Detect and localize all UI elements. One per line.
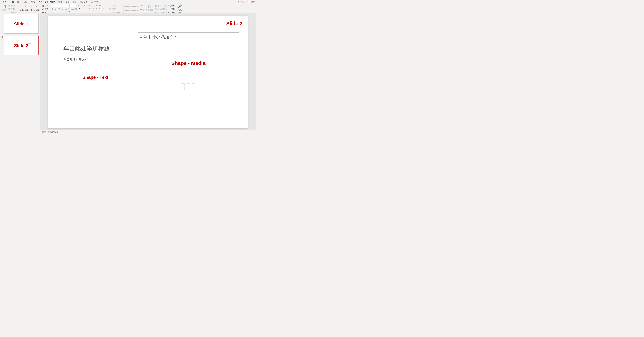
new-slide-button[interactable]: ▭ 新建幻灯片 xyxy=(19,4,30,12)
align-right-button[interactable]: ≡ xyxy=(95,7,98,10)
clipboard-icon: 📋 xyxy=(2,5,6,9)
text-direction-button[interactable]: ↕ 文字方向 xyxy=(105,4,122,7)
increase-indent-button[interactable]: ⇥ xyxy=(98,4,101,7)
thumbnail-overlay-label: Slide 2 xyxy=(14,43,28,48)
copy-button[interactable]: ⧉ 复制 xyxy=(8,8,17,11)
placeholder-content[interactable]: 单击此处添加文本 Shape - Media xyxy=(138,33,239,117)
shadow-button[interactable]: ab xyxy=(64,8,67,10)
tell-me-search[interactable]: 🔍 搜索 xyxy=(90,1,98,4)
group-font: A▲ A▼ A̶ B I U S ab AV Aa ▧ A 字体 xyxy=(50,4,87,13)
tab-design[interactable]: 设计 xyxy=(22,0,30,4)
shape-outline-button[interactable]: ◻ 形状轮廓 xyxy=(154,8,166,11)
thumbnail-entry: 2 Slide 2 xyxy=(1,36,39,55)
font-name-input[interactable] xyxy=(51,4,70,7)
share-icon: ⇪ xyxy=(237,1,240,3)
change-case-button[interactable]: Aa xyxy=(71,8,74,10)
subtitle-placeholder[interactable]: 单击此处添加文本 xyxy=(64,57,128,62)
insert-chart-icon[interactable] xyxy=(186,84,190,86)
tab-help[interactable]: 帮助 xyxy=(71,0,78,4)
slide[interactable]: Slide 2 单击此处添加标题 单击此处添加文本 Shape - Text 单… xyxy=(48,16,248,128)
comments-label: 批注 xyxy=(251,1,255,4)
find-button[interactable]: 🔍 查找 xyxy=(168,4,175,7)
new-slide-icon: ▭ xyxy=(22,5,26,9)
group-paragraph: ≡ ≣ ⇤ ⇥ ↕ ≡ ≡ ≡ ≡ ▥ ↕ 文字方向 xyxy=(87,4,124,13)
italic-button[interactable]: I xyxy=(54,8,57,10)
tab-transitions[interactable]: 切换 xyxy=(30,0,36,4)
reuse-slide-label: 重用幻灯片 xyxy=(30,9,40,11)
replace-icon: ⇄ xyxy=(168,8,171,10)
tab-animations[interactable]: 动画 xyxy=(36,0,44,4)
reset-button[interactable]: ↺ 重置 xyxy=(41,8,49,11)
quick-styles-icon: ◧ xyxy=(147,5,151,9)
thumbnail-slide-1[interactable]: Slide 1 xyxy=(4,14,38,34)
quick-styles-label: 快速样式 xyxy=(146,9,153,11)
paste-button[interactable]: 📋 粘贴 xyxy=(2,4,7,12)
thumbnail-number: 1 xyxy=(1,14,3,34)
group-drawing: ⬚ 排列 ◧ 快速样式 ◐ 形状填充 ◻ 形状轮廓 ✦ 形状效果 xyxy=(124,4,166,13)
tab-insert[interactable]: 插入 xyxy=(15,0,22,4)
strikethrough-button[interactable]: S xyxy=(61,8,64,10)
bold-button[interactable]: B xyxy=(51,8,54,10)
underline-button[interactable]: U xyxy=(58,8,60,10)
comments-icon: 💬 xyxy=(248,1,250,3)
notes-pane[interactable]: 单击此处添加备注 xyxy=(40,130,256,134)
slide-thumbnail-panel[interactable]: 1 Slide 1 2 Slide 2 xyxy=(0,13,40,134)
numbering-button[interactable]: ≣ xyxy=(92,4,94,7)
placeholder-text[interactable]: 单击此处添加标题 单击此处添加文本 Shape - Text xyxy=(62,24,129,117)
replace-button[interactable]: ⇄ 替换 xyxy=(168,8,175,11)
quick-styles-button[interactable]: ◧ 快速样式 xyxy=(145,4,154,12)
text-direction-icon: ↕ xyxy=(106,4,108,7)
dictate-button[interactable]: 🎤 听写 xyxy=(178,4,182,12)
copy-icon: ⧉ xyxy=(8,8,10,10)
font-color-button[interactable]: A xyxy=(78,8,81,10)
tab-file[interactable]: 文件 xyxy=(1,0,8,4)
clear-formatting-button[interactable]: A̶ xyxy=(84,4,86,7)
insert-online-picture-icon[interactable] xyxy=(186,87,190,90)
tab-slideshow[interactable]: 幻灯片放映 xyxy=(44,0,57,4)
slide-canvas-wrap: Slide 2 单击此处添加标题 单击此处添加文本 Shape - Text 单… xyxy=(40,13,256,134)
insert-smartart-icon[interactable] xyxy=(192,84,196,86)
line-spacing-button[interactable]: ↕ xyxy=(102,4,104,7)
shrink-font-button[interactable]: A▼ xyxy=(80,4,83,7)
slide-stage[interactable]: Slide 2 单击此处添加标题 单击此处添加文本 Shape - Text 单… xyxy=(40,13,256,130)
highlight-button[interactable]: ▧ xyxy=(74,8,77,10)
columns-button[interactable]: ▥ xyxy=(102,7,104,10)
thumbnail-overlay-label: Slide 1 xyxy=(14,21,28,27)
grow-font-button[interactable]: A▲ xyxy=(77,4,79,7)
font-size-input[interactable] xyxy=(70,4,76,7)
comments-button[interactable]: 💬 批注 xyxy=(248,1,255,4)
tab-review[interactable]: 审阅 xyxy=(57,0,64,4)
layout-button[interactable]: ▦ 版式 xyxy=(41,4,49,7)
decrease-indent-button[interactable]: ⇤ xyxy=(95,4,98,7)
bullets-button[interactable]: ≡ xyxy=(88,4,91,7)
insert-video-icon[interactable] xyxy=(192,87,196,90)
char-spacing-button[interactable]: AV xyxy=(68,8,70,10)
align-text-button[interactable]: ⫿ 对齐文本 xyxy=(105,8,122,11)
cut-button[interactable]: ✂ 剪切 xyxy=(8,4,17,7)
arrange-label: 排列 xyxy=(140,9,144,11)
thumbnail-slide-2[interactable]: Slide 2 xyxy=(4,36,38,55)
insert-picture-icon[interactable] xyxy=(181,87,184,90)
scissors-icon: ✂ xyxy=(8,4,10,7)
tab-storyboarding[interactable]: 情节提要 xyxy=(78,0,89,4)
outline-icon: ◻ xyxy=(154,8,157,10)
find-icon: 🔍 xyxy=(168,4,171,7)
layout-icon: ▦ xyxy=(42,4,44,7)
share-button[interactable]: ⇪ 共享 xyxy=(236,0,246,4)
titlebar-right-actions: ⇪ 共享 💬 批注 xyxy=(236,0,255,4)
layout-label: 版式 xyxy=(45,5,48,7)
align-center-button[interactable]: ≡ xyxy=(92,7,94,10)
tab-view[interactable]: 视图 xyxy=(64,0,71,4)
tab-home[interactable]: 开始 xyxy=(8,0,15,4)
title-placeholder[interactable]: 单击此处添加标题 xyxy=(64,45,128,56)
dictate-label: 听写 xyxy=(178,9,182,11)
align-text-icon: ⫿ xyxy=(106,8,108,10)
arrange-button[interactable]: ⬚ 排列 xyxy=(139,4,144,12)
content-placeholder-text[interactable]: 单击此处添加文本 xyxy=(140,34,178,40)
align-left-button[interactable]: ≡ xyxy=(88,7,91,10)
shape-fill-button[interactable]: ◐ 形状填充 xyxy=(154,4,166,7)
reuse-slide-button[interactable]: ▭ 重用幻灯片 xyxy=(30,4,40,12)
justify-button[interactable]: ≡ xyxy=(98,7,101,10)
shape-gallery[interactable] xyxy=(125,4,138,11)
insert-table-icon[interactable] xyxy=(181,84,184,86)
